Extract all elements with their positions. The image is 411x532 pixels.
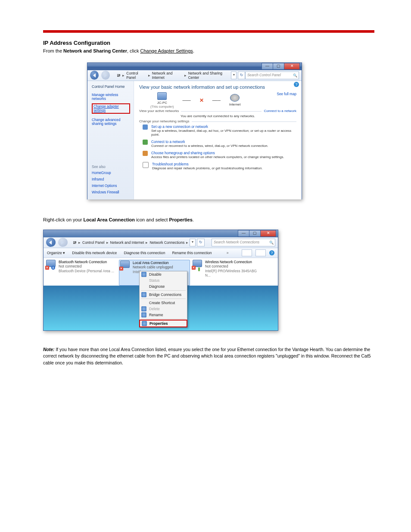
breadcrumb[interactable]: 🖳▸ Control Panel▸ Network and Internet▸ … [73,240,188,245]
search-icon: 🔍 [293,73,297,78]
cp-home-link[interactable]: Control Panel Home [92,84,130,89]
s2-1: Right-click on your [43,217,84,222]
crumb-nsc[interactable]: Network and Sharing Center [188,71,230,80]
rename-connection-cmd[interactable]: Rename this connection [172,251,212,255]
menu-properties[interactable]: Properties [139,320,187,327]
troubleshoot-icon [143,162,149,168]
node-pc-label: JC-PC [150,101,174,105]
change-adapter-settings-link[interactable]: Change adapter settings [92,103,130,114]
s2-b2: Properties [169,217,192,222]
conn3-adapter: Intel(R) PRO/Wireless 3945ABG N... [205,269,263,278]
intro-bold: Network and Sharing Center [63,48,127,53]
menu-shortcut[interactable]: Create Shortcut [140,300,187,306]
internet-options-link[interactable]: Internet Options [92,184,130,188]
menu-disable[interactable]: Disable [140,271,187,277]
node-internet: Internet [229,94,240,106]
intro-2: , click [127,48,140,53]
close-button[interactable]: ✕ [260,230,276,237]
homegroup-icon [143,151,148,156]
more-commands[interactable]: » [227,251,229,255]
shield-icon [141,312,146,317]
organize-menu[interactable]: Organize ▾ [47,251,65,255]
active-networks-label: View your active networks [139,109,181,113]
shield-icon [141,272,146,277]
close-button[interactable]: ✕ [284,63,300,70]
context-menu: Disable Status Diagnose Bridge Connectio… [139,271,187,327]
crumb-net[interactable]: Network and Internet [152,71,183,80]
preview-pane-button[interactable] [255,249,266,256]
s2-3: . [193,217,194,222]
crumb-nc[interactable]: Network Connections [149,240,184,245]
connect-network-link2[interactable]: Connect to a network [151,140,268,144]
bluetooth-icon: B [51,266,55,270]
crumb-cp[interactable]: Control Panel [82,240,105,245]
not-connected-text: You are currently not connected to any n… [139,114,296,118]
refresh-button[interactable]: ↻ [197,239,205,246]
troubleshoot-desc: Diagnose and repair network problems, or… [152,166,263,170]
title-bar: — ▢ ✕ [87,63,302,70]
maximize-button[interactable]: ▢ [273,63,284,70]
intro-text: From the Network and Sharing Center, cli… [43,48,374,55]
homegroup-link[interactable]: HomeGroup [92,171,130,175]
address-bar: 🖳▸ Control Panel▸ Network and Internet▸ … [87,70,302,81]
help-icon[interactable]: ? [269,250,274,255]
intro-1: From the [43,48,63,53]
connect-network-icon [143,140,148,145]
path-dropdown[interactable]: ▾ [190,239,196,246]
help-icon[interactable]: ? [294,82,299,87]
forward-button[interactable] [101,71,110,80]
maximize-button[interactable]: ▢ [249,230,261,237]
network-diagram: JC-PC (This computer) ─── ✕ ─── Internet [150,92,296,109]
address-bar: 🖳▸ Control Panel▸ Network and Internet▸ … [44,237,278,248]
forward-button[interactable] [58,238,68,247]
see-also-label: See also [92,165,130,169]
path-dropdown[interactable]: ▾ [231,72,237,79]
node-pc-sub: (This computer) [150,105,174,109]
change-advanced-sharing-link[interactable]: Change advanced sharing settings [92,118,130,126]
conn2-name: Local Area Connection [133,261,173,265]
setup-connection-link[interactable]: Set up a new connection or network [151,124,296,129]
menu-bridge[interactable]: Bridge Connections [140,292,187,298]
breadcrumb[interactable]: 🖳▸ Control Panel▸ Network and Internet▸ … [117,71,230,80]
view-options-button[interactable] [242,249,252,256]
step2-text: Right-click on your Local Area Connectio… [43,217,374,224]
shield-icon [141,306,146,311]
note-paragraph: Note: If you have more than one Local Ar… [43,346,374,367]
main-heading: View your basic network information and … [139,84,296,90]
crumb-cp[interactable]: Control Panel [126,71,146,80]
disconnected-x-icon: ✕ [199,97,204,103]
minimize-button[interactable]: — [262,63,273,70]
troubleshoot-link[interactable]: Troubleshoot problems [152,162,263,166]
s2-2: icon and select [135,217,169,222]
homegroup-options-link[interactable]: Choose homegroup and sharing options [151,151,284,155]
menu-diagnose[interactable]: Diagnose [140,283,187,289]
x-badge-icon: ✕ [45,266,49,270]
see-full-map-link[interactable]: See full map [277,92,296,96]
search-placeholder: Search Control Panel [247,73,281,77]
back-button[interactable] [90,71,99,80]
crumb-net[interactable]: Network and Internet [110,240,144,245]
manage-wireless-link[interactable]: Manage wireless networks [92,93,130,101]
search-input[interactable]: Search Control Panel 🔍 [245,72,299,79]
minimize-button[interactable]: — [238,230,249,237]
setup-connection-desc: Set up a wireless, broadband, dial-up, a… [151,129,296,137]
refresh-button[interactable]: ↻ [238,72,245,79]
note-text: If you have more than one Local Area Con… [43,347,371,365]
computer-icon [157,92,167,100]
infrared-link[interactable]: Infrared [92,177,130,181]
diagram-line: ─── [183,98,191,103]
header-red-bar [43,30,374,33]
windows-firewall-link[interactable]: Windows Firewall [92,190,130,194]
intro-link-text: Change Adapter Settings [140,48,193,53]
back-button[interactable] [46,238,56,247]
shield-icon [141,292,146,297]
bluetooth-connection-item[interactable]: ✕B Bluetooth Network Connection Not conn… [46,260,116,286]
search-input[interactable]: Search Network Connections 🔍 [212,239,275,246]
connect-network-link[interactable]: Connect to a network [262,109,296,113]
wireless-connection-item[interactable]: ✕▮ Wireless Network Connection Not conne… [193,260,263,286]
homegroup-options-desc: Access files and printers located on oth… [151,155,284,159]
disable-device-cmd[interactable]: Disable this network device [72,251,117,255]
menu-rename[interactable]: Rename [140,312,187,318]
shield-icon [142,321,147,326]
diagnose-connection-cmd[interactable]: Diagnose this connection [124,251,165,255]
